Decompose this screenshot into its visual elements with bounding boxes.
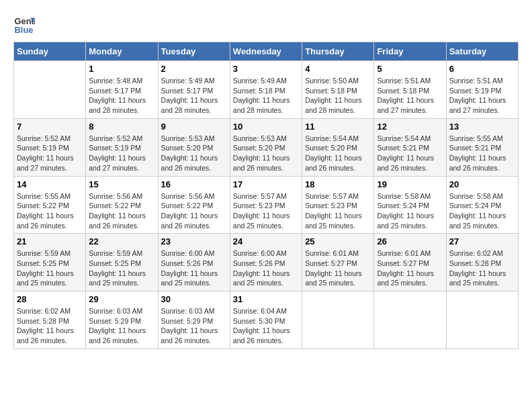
calendar-cell: 16Sunrise: 5:56 AMSunset: 5:22 PMDayligh… [158, 176, 230, 234]
day-number: 26 [377, 236, 443, 246]
week-row-1: 1Sunrise: 5:48 AMSunset: 5:17 PMDaylight… [14, 61, 519, 119]
day-number: 15 [89, 179, 154, 189]
calendar-cell: 2Sunrise: 5:49 AMSunset: 5:17 PMDaylight… [158, 61, 230, 119]
day-info: Sunrise: 5:56 AMSunset: 5:22 PMDaylight:… [161, 191, 227, 231]
calendar-cell: 1Sunrise: 5:48 AMSunset: 5:17 PMDaylight… [86, 61, 158, 119]
day-info: Sunrise: 5:55 AMSunset: 5:21 PMDaylight:… [449, 134, 515, 173]
day-info: Sunrise: 5:49 AMSunset: 5:18 PMDaylight:… [233, 76, 299, 116]
day-info: Sunrise: 5:52 AMSunset: 5:19 PMDaylight:… [17, 134, 83, 173]
day-number: 14 [17, 179, 83, 189]
day-number: 11 [305, 122, 371, 132]
calendar-cell: 11Sunrise: 5:54 AMSunset: 5:20 PMDayligh… [302, 118, 374, 176]
day-number: 22 [89, 236, 154, 246]
calendar-cell: 12Sunrise: 5:54 AMSunset: 5:21 PMDayligh… [374, 118, 446, 176]
day-number: 21 [17, 236, 83, 246]
calendar-cell: 30Sunrise: 6:03 AMSunset: 5:29 PMDayligh… [158, 291, 230, 349]
calendar-cell: 7Sunrise: 5:52 AMSunset: 5:19 PMDaylight… [14, 118, 86, 176]
calendar-cell: 13Sunrise: 5:55 AMSunset: 5:21 PMDayligh… [446, 118, 518, 176]
day-info: Sunrise: 5:56 AMSunset: 5:22 PMDaylight:… [89, 191, 154, 231]
day-info: Sunrise: 6:03 AMSunset: 5:29 PMDaylight:… [161, 306, 227, 346]
day-number: 23 [161, 236, 227, 246]
day-number: 28 [17, 294, 83, 304]
calendar-cell: 26Sunrise: 6:01 AMSunset: 5:27 PMDayligh… [374, 234, 446, 291]
calendar-cell: 4Sunrise: 5:50 AMSunset: 5:18 PMDaylight… [302, 61, 374, 119]
day-number: 8 [89, 122, 154, 132]
day-number: 10 [233, 122, 299, 132]
calendar-cell: 19Sunrise: 5:58 AMSunset: 5:24 PMDayligh… [374, 176, 446, 234]
day-info: Sunrise: 6:02 AMSunset: 5:28 PMDaylight:… [449, 248, 515, 288]
day-number: 12 [377, 122, 443, 132]
day-info: Sunrise: 5:58 AMSunset: 5:24 PMDaylight:… [377, 191, 443, 231]
day-number: 27 [449, 236, 515, 246]
day-info: Sunrise: 5:50 AMSunset: 5:18 PMDaylight:… [305, 76, 371, 116]
day-info: Sunrise: 5:58 AMSunset: 5:24 PMDaylight:… [449, 191, 515, 231]
week-row-2: 7Sunrise: 5:52 AMSunset: 5:19 PMDaylight… [14, 118, 519, 176]
logo: General Blue [13, 13, 38, 35]
day-info: Sunrise: 5:51 AMSunset: 5:19 PMDaylight:… [449, 76, 515, 116]
day-number: 31 [233, 294, 299, 304]
week-row-3: 14Sunrise: 5:55 AMSunset: 5:22 PMDayligh… [14, 176, 519, 234]
day-number: 2 [161, 64, 227, 74]
calendar-cell: 15Sunrise: 5:56 AMSunset: 5:22 PMDayligh… [86, 176, 158, 234]
calendar-cell: 10Sunrise: 5:53 AMSunset: 5:20 PMDayligh… [230, 118, 302, 176]
day-info: Sunrise: 5:53 AMSunset: 5:20 PMDaylight:… [233, 134, 299, 173]
calendar-cell: 24Sunrise: 6:00 AMSunset: 5:26 PMDayligh… [230, 234, 302, 291]
day-number: 25 [305, 236, 371, 246]
day-info: Sunrise: 6:02 AMSunset: 5:28 PMDaylight:… [17, 306, 83, 346]
week-row-5: 28Sunrise: 6:02 AMSunset: 5:28 PMDayligh… [14, 291, 519, 349]
calendar-cell: 3Sunrise: 5:49 AMSunset: 5:18 PMDaylight… [230, 61, 302, 119]
day-info: Sunrise: 5:54 AMSunset: 5:20 PMDaylight:… [305, 134, 371, 173]
weekday-header-friday: Friday [374, 42, 446, 61]
calendar-cell: 31Sunrise: 6:04 AMSunset: 5:30 PMDayligh… [230, 291, 302, 349]
day-info: Sunrise: 5:57 AMSunset: 5:23 PMDaylight:… [233, 191, 299, 231]
calendar: SundayMondayTuesdayWednesdayThursdayFrid… [13, 42, 519, 349]
calendar-cell: 18Sunrise: 5:57 AMSunset: 5:23 PMDayligh… [302, 176, 374, 234]
weekday-header-monday: Monday [86, 42, 158, 61]
day-number: 16 [161, 179, 227, 189]
calendar-cell: 23Sunrise: 6:00 AMSunset: 5:26 PMDayligh… [158, 234, 230, 291]
day-info: Sunrise: 6:00 AMSunset: 5:26 PMDaylight:… [233, 248, 299, 288]
day-number: 4 [305, 64, 371, 74]
day-number: 1 [89, 64, 154, 74]
day-info: Sunrise: 6:00 AMSunset: 5:26 PMDaylight:… [161, 248, 227, 288]
calendar-cell: 14Sunrise: 5:55 AMSunset: 5:22 PMDayligh… [14, 176, 86, 234]
week-row-4: 21Sunrise: 5:59 AMSunset: 5:25 PMDayligh… [14, 234, 519, 291]
day-info: Sunrise: 5:52 AMSunset: 5:19 PMDaylight:… [89, 134, 154, 173]
calendar-cell: 25Sunrise: 6:01 AMSunset: 5:27 PMDayligh… [302, 234, 374, 291]
day-info: Sunrise: 5:57 AMSunset: 5:23 PMDaylight:… [305, 191, 371, 231]
calendar-cell: 6Sunrise: 5:51 AMSunset: 5:19 PMDaylight… [446, 61, 518, 119]
calendar-cell [14, 61, 86, 119]
calendar-cell [374, 291, 446, 349]
header: General Blue [13, 13, 519, 35]
day-number: 7 [17, 122, 83, 132]
day-info: Sunrise: 5:53 AMSunset: 5:20 PMDaylight:… [161, 134, 227, 173]
day-info: Sunrise: 5:49 AMSunset: 5:17 PMDaylight:… [161, 76, 227, 116]
day-info: Sunrise: 5:54 AMSunset: 5:21 PMDaylight:… [377, 134, 443, 173]
day-number: 30 [161, 294, 227, 304]
day-info: Sunrise: 6:04 AMSunset: 5:30 PMDaylight:… [233, 306, 299, 346]
logo-icon: General Blue [13, 13, 35, 35]
day-number: 17 [233, 179, 299, 189]
day-number: 13 [449, 122, 515, 132]
calendar-cell: 20Sunrise: 5:58 AMSunset: 5:24 PMDayligh… [446, 176, 518, 234]
calendar-cell: 5Sunrise: 5:51 AMSunset: 5:18 PMDaylight… [374, 61, 446, 119]
weekday-header-thursday: Thursday [302, 42, 374, 61]
svg-text:Blue: Blue [15, 25, 34, 35]
day-info: Sunrise: 5:48 AMSunset: 5:17 PMDaylight:… [89, 76, 154, 116]
calendar-cell [302, 291, 374, 349]
day-info: Sunrise: 6:01 AMSunset: 5:27 PMDaylight:… [377, 248, 443, 288]
weekday-header-tuesday: Tuesday [158, 42, 230, 61]
calendar-cell: 28Sunrise: 6:02 AMSunset: 5:28 PMDayligh… [14, 291, 86, 349]
calendar-cell: 27Sunrise: 6:02 AMSunset: 5:28 PMDayligh… [446, 234, 518, 291]
calendar-cell: 9Sunrise: 5:53 AMSunset: 5:20 PMDaylight… [158, 118, 230, 176]
weekday-header-saturday: Saturday [446, 42, 518, 61]
weekday-header-sunday: Sunday [14, 42, 86, 61]
day-info: Sunrise: 5:55 AMSunset: 5:22 PMDaylight:… [17, 191, 83, 231]
day-number: 3 [233, 64, 299, 74]
day-number: 24 [233, 236, 299, 246]
calendar-cell: 22Sunrise: 5:59 AMSunset: 5:25 PMDayligh… [86, 234, 158, 291]
calendar-cell: 17Sunrise: 5:57 AMSunset: 5:23 PMDayligh… [230, 176, 302, 234]
calendar-cell: 29Sunrise: 6:03 AMSunset: 5:29 PMDayligh… [86, 291, 158, 349]
calendar-cell [446, 291, 518, 349]
day-info: Sunrise: 5:51 AMSunset: 5:18 PMDaylight:… [377, 76, 443, 116]
